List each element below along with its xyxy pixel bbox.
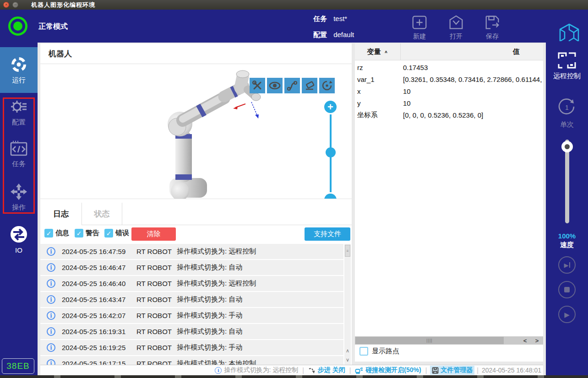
stop-icon [564,287,570,292]
scroll-left-icon[interactable]: < [519,336,531,345]
sidebar-item-task[interactable]: 任务 [0,140,38,168]
log-source: RT ROBOT [136,312,177,319]
code-window-icon [10,140,28,157]
tools-icon[interactable] [250,78,265,93]
log-row[interactable]: i2024-05-25 16:19:25RT ROBOT操作模式切换为: 手动 [40,340,343,355]
remote-control-icon [557,51,577,70]
log-message: 操作模式切换为: 手动 [177,311,242,320]
log-time: 2024-05-25 16:42:07 [62,312,136,319]
file-manager-button[interactable]: 文件管理器 [430,366,474,375]
skip-next-icon: ▶ [564,262,570,268]
sidebar-item-config[interactable]: 配置 [0,98,38,127]
log-row[interactable]: i2024-05-25 16:42:07RT ROBOT操作模式切换为: 手动 [40,308,343,323]
open-button[interactable]: 打开 [442,13,470,42]
collision-icon [355,367,363,374]
path-icon[interactable] [284,78,300,93]
variable-value: 10 [403,87,411,95]
log-row[interactable]: i2024-05-25 16:17:15RT ROBOT操作模式切换为: 本地控… [40,356,343,365]
filter-info-checkbox[interactable]: ✓ 信息 [44,229,69,238]
mode-status-icon [8,16,27,36]
variable-name: rz [355,64,403,71]
play-button[interactable]: ▶ [558,306,576,323]
robot-panel-title: 机器人 [49,49,72,59]
info-icon: i [47,247,55,256]
zoom-out-button[interactable]: − [324,194,337,199]
new-button[interactable]: 新建 [405,13,434,42]
variable-row[interactable]: rz0.17453 [355,61,543,73]
log-row[interactable]: i2024-05-25 16:43:47RT ROBOT操作模式切换为: 自动 [40,292,343,307]
scroll-down-icon[interactable]: ∨ [344,356,351,364]
sort-asc-icon: ∧ [384,49,388,54]
minimize-icon[interactable]: – [12,2,18,8]
zoom-control: + − [324,101,337,199]
robot-3d-view[interactable]: + − [40,64,352,199]
log-row[interactable]: i2024-05-25 16:47:59RT ROBOT操作模式切换为: 远程控… [40,244,343,259]
variable-name: y [355,99,403,107]
log-source: RT ROBOT [136,264,177,271]
variable-column-header[interactable]: 变量 ∧ [355,43,401,60]
status-mode-message: i 操作模式切换为: 远程控制 [215,366,298,374]
variable-value: 10 [403,99,411,107]
info-icon: i [47,343,55,352]
variable-row[interactable]: y10 [355,97,543,109]
filter-warning-checkbox[interactable]: ✓ 警告 [75,229,99,238]
robot-panel-header: 机器人 [40,43,352,64]
main-panel: 机器人 [40,43,352,365]
tab-status[interactable]: 状态 [82,203,122,225]
play-icon: ▶ [564,311,570,318]
save-button[interactable]: 保存 [478,13,506,42]
rotate-view-icon[interactable] [319,78,335,93]
speed-slider-handle[interactable] [561,141,573,152]
log-row[interactable]: i2024-05-25 16:46:47RT ROBOT操作模式切换为: 自动 [40,260,343,275]
stop-button[interactable] [558,281,576,298]
top-header: 正常模式 任务 test* 配置 default 新建 打开 保存 [0,10,588,43]
log-message: 操作模式切换为: 自动 [177,295,242,304]
eye-icon[interactable] [267,78,283,93]
clear-log-button[interactable]: 清除 [131,227,176,241]
zoom-in-button[interactable]: + [324,101,337,113]
status-bar: i 操作模式切换为: 远程控制 | 步进 关闭 | 碰撞检测开启(50%) | … [40,365,543,375]
sidebar-item-operate[interactable]: 操作 [0,183,38,212]
sidebar-item-io[interactable]: IO [0,225,38,254]
log-source: RT ROBOT [136,296,177,303]
show-waypoints-checkbox[interactable]: 显示路点 [359,347,399,356]
log-list: i2024-05-25 16:47:59RT ROBOT操作模式切换为: 远程控… [40,244,343,365]
log-time: 2024-05-25 16:46:47 [62,264,136,271]
scroll-up-icon[interactable]: ∧ [344,346,351,355]
collision-toggle[interactable]: 碰撞检测开启(50%) [355,366,421,374]
svg-text:1: 1 [565,104,569,111]
task-label: 任务 [313,15,327,22]
variable-row[interactable]: var_1[0.3261, 0.35348, 0.73416, 2.72866,… [355,73,543,85]
scrollbar-thumb[interactable]: ≡ [345,245,350,257]
zoom-slider-handle[interactable] [326,147,336,157]
variable-row[interactable]: 坐标系[0, 0, 0, 0.5236, 0.5236, 0] [355,109,543,121]
speed-value: 100% [546,232,588,240]
log-row[interactable]: i2024-05-25 16:46:40RT ROBOT操作模式切换为: 远程控… [40,276,343,291]
support-files-button[interactable]: 支持文件 [305,227,350,241]
step-toggle[interactable]: 步进 关闭 [308,366,345,374]
single-cycle-icon: 1 [556,97,577,118]
config-value: default [333,31,354,38]
tab-log[interactable]: 日志 [40,203,82,225]
eraser-icon[interactable] [302,78,317,93]
variable-value: [0, 0, 0, 0.5236, 0.5236, 0] [403,111,483,119]
log-message: 操作模式切换为: 本地控制 [177,359,256,365]
checkbox-checked-icon: ✓ [75,229,83,238]
log-scrollbar[interactable]: ≡ ∧ ∨ [344,244,351,365]
single-run-button[interactable]: 1 单次 [546,97,588,129]
sidebar-item-run[interactable]: 运行 [0,47,38,93]
io-icon [10,225,28,243]
log-message: 操作模式切换为: 自动 [177,327,242,336]
remote-control-button[interactable]: 远程控制 [546,51,588,81]
close-icon[interactable]: × [3,2,9,8]
speed-readout: 100% 速度 [546,232,588,249]
hscrollbar-thumb[interactable]: |||| [355,337,504,344]
log-row[interactable]: i2024-05-25 16:19:31RT ROBOT操作模式切换为: 自动 [40,324,343,339]
filter-error-checkbox[interactable]: ✓ 错误 [104,229,129,238]
variable-row[interactable]: x10 [355,85,543,97]
mode-label: 正常模式 [38,22,68,32]
step-next-button[interactable]: ▶ [558,256,576,274]
scroll-right-icon[interactable]: > [531,336,543,345]
variables-hscrollbar[interactable]: |||| < > [355,336,543,345]
log-time: 2024-05-25 16:17:15 [62,360,136,365]
